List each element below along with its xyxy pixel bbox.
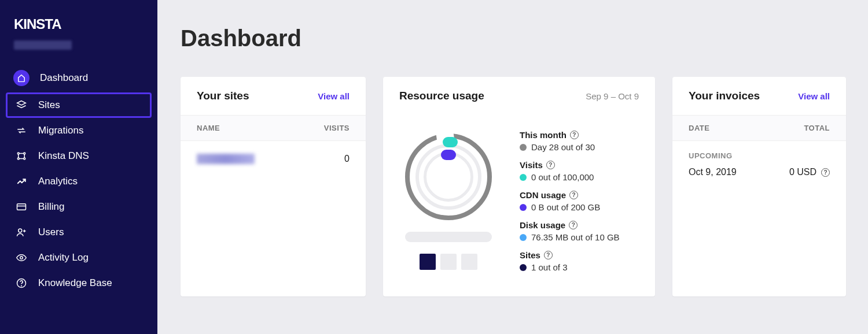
svg-point-10 xyxy=(20,257,23,259)
home-icon xyxy=(13,70,30,86)
help-icon[interactable]: ? xyxy=(544,251,553,259)
view-all-link[interactable]: View all xyxy=(318,91,350,101)
sidebar-label: Billing xyxy=(38,201,64,213)
card-icon xyxy=(15,201,28,213)
bullet-icon xyxy=(520,264,527,271)
invoice-date: Oct 9, 2019 xyxy=(689,167,737,177)
stats-list: This month ? Day 28 out of 30 Visits ? xyxy=(520,130,639,280)
sidebar: KINSTA Dashboard Sites Migrations Kinst xyxy=(0,0,157,334)
cards-row: Your sites View all NAME VISITS 0 Resour… xyxy=(181,77,846,296)
stat-label: Sites xyxy=(520,250,540,260)
stat-cdn: CDN usage ? 0 B out of 200 GB xyxy=(520,190,639,212)
svg-point-7 xyxy=(19,229,22,232)
bullet-icon xyxy=(520,234,527,241)
col-name: NAME xyxy=(197,124,220,132)
svg-point-12 xyxy=(21,285,22,286)
stat-value: Day 28 out of 30 xyxy=(531,142,595,152)
site-chip-filled xyxy=(420,254,436,270)
account-name-redacted xyxy=(14,40,72,50)
invoice-row[interactable]: Oct 9, 2019 0 USD ? xyxy=(672,164,846,190)
help-icon[interactable]: ? xyxy=(569,191,578,199)
svg-point-3 xyxy=(17,158,19,159)
sidebar-label: Dashboard xyxy=(40,72,88,84)
date-range: Sep 9 – Oct 9 xyxy=(586,91,639,101)
sidebar-label: Kinsta DNS xyxy=(38,150,89,162)
bullet-icon xyxy=(520,204,527,211)
disk-bar xyxy=(405,232,492,242)
sidebar-label: Activity Log xyxy=(38,252,89,264)
sidebar-item-activity-log[interactable]: Activity Log xyxy=(6,245,152,270)
sidebar-label: Migrations xyxy=(38,125,83,136)
sidebar-item-users[interactable]: Users xyxy=(6,220,152,245)
sidebar-item-knowledge-base[interactable]: Knowledge Base xyxy=(6,270,152,296)
migrations-icon xyxy=(15,124,28,137)
eye-icon xyxy=(15,251,28,264)
sidebar-label: Knowledge Base xyxy=(38,277,112,289)
sidebar-label: Analytics xyxy=(38,176,78,187)
svg-point-4 xyxy=(24,158,25,159)
your-invoices-card: Your invoices View all DATE TOTAL UPCOMI… xyxy=(672,77,846,296)
help-icon[interactable]: ? xyxy=(546,161,555,169)
view-all-link[interactable]: View all xyxy=(798,91,830,101)
col-total: TOTAL xyxy=(804,124,830,132)
logo: KINSTA xyxy=(14,16,144,32)
stat-value: 0 B out of 200 GB xyxy=(531,202,600,212)
card-header: Resource usage Sep 9 – Oct 9 xyxy=(383,77,655,115)
sidebar-item-migrations[interactable]: Migrations xyxy=(6,118,152,143)
nav: Dashboard Sites Migrations Kinsta DNS An xyxy=(0,64,157,296)
sites-chips xyxy=(420,254,477,270)
col-date: DATE xyxy=(689,124,709,132)
help-icon xyxy=(15,277,28,290)
site-row[interactable]: 0 xyxy=(181,141,366,177)
svg-marker-0 xyxy=(17,101,26,106)
help-icon[interactable]: ? xyxy=(570,131,579,139)
resource-usage-card: Resource usage Sep 9 – Oct 9 xyxy=(383,77,655,296)
card-title: Your sites xyxy=(197,90,249,102)
sidebar-label: Users xyxy=(38,227,64,238)
stat-label: CDN usage xyxy=(520,190,566,200)
site-visits: 0 xyxy=(344,154,350,164)
user-plus-icon xyxy=(15,226,28,239)
site-name-redacted xyxy=(197,154,255,164)
stat-disk: Disk usage ? 76.35 MB out of 10 GB xyxy=(520,220,639,242)
invoice-total: 0 USD xyxy=(789,167,816,177)
sites-table-header: NAME VISITS xyxy=(181,116,366,141)
sidebar-item-analytics[interactable]: Analytics xyxy=(6,169,152,194)
layers-icon xyxy=(15,99,28,112)
network-icon xyxy=(15,150,28,162)
stat-value: 1 out of 3 xyxy=(531,262,568,272)
main-content: Dashboard Your sites View all NAME VISIT… xyxy=(157,0,868,334)
bullet-icon xyxy=(520,144,527,151)
bullet-icon xyxy=(520,174,527,181)
help-icon[interactable]: ? xyxy=(821,168,830,177)
site-chip-empty xyxy=(440,254,457,270)
sidebar-item-sites[interactable]: Sites xyxy=(6,92,152,118)
stat-sites: Sites ? 1 out of 3 xyxy=(520,250,639,272)
stat-visits: Visits ? 0 out of 100,000 xyxy=(520,160,639,182)
your-sites-card: Your sites View all NAME VISITS 0 xyxy=(181,77,366,296)
sidebar-item-kinsta-dns[interactable]: Kinsta DNS xyxy=(6,143,152,169)
card-title: Resource usage xyxy=(399,90,484,102)
card-title: Your invoices xyxy=(689,90,760,102)
svg-point-2 xyxy=(24,153,25,154)
card-header: Your sites View all xyxy=(181,77,366,116)
trend-icon xyxy=(15,175,28,188)
cdn-arc xyxy=(441,150,456,160)
help-icon[interactable]: ? xyxy=(569,221,578,229)
svg-rect-5 xyxy=(17,204,26,210)
stat-this-month: This month ? Day 28 out of 30 xyxy=(520,130,639,152)
stat-label: Visits xyxy=(520,160,543,170)
invoices-table-header: DATE TOTAL xyxy=(672,116,846,141)
sidebar-item-dashboard[interactable]: Dashboard xyxy=(6,64,152,92)
sidebar-item-billing[interactable]: Billing xyxy=(6,194,152,220)
usage-rings-chart xyxy=(405,133,492,220)
resource-body: This month ? Day 28 out of 30 Visits ? xyxy=(383,115,655,280)
stat-label: Disk usage xyxy=(520,220,565,230)
stat-value: 0 out of 100,000 xyxy=(531,172,594,182)
site-chip-empty xyxy=(461,254,477,270)
stat-label: This month xyxy=(520,130,567,140)
sidebar-label: Sites xyxy=(38,99,60,111)
svg-point-1 xyxy=(17,153,19,154)
rings-area xyxy=(399,130,498,280)
page-title: Dashboard xyxy=(181,25,846,51)
